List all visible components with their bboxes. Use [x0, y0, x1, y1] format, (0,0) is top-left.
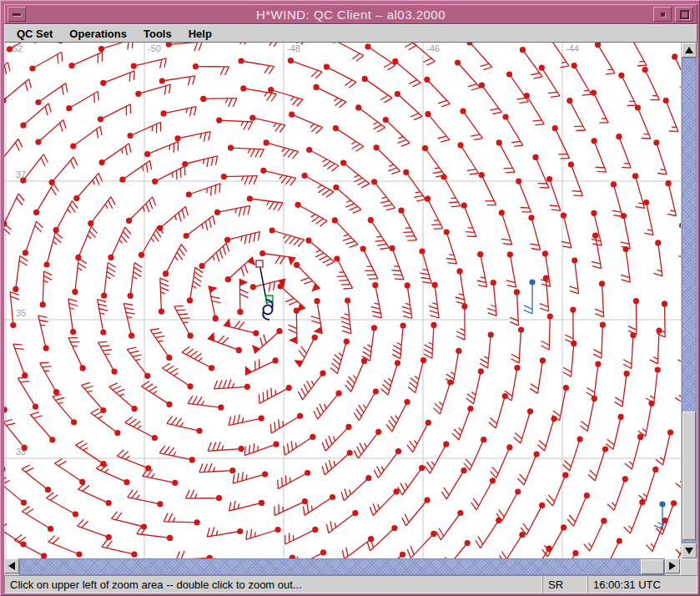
wind-barb[interactable] [539, 65, 560, 98]
wind-barb[interactable] [466, 368, 484, 404]
wind-barb[interactable] [294, 549, 327, 558]
wind-barb[interactable] [119, 160, 151, 182]
wind-barb[interactable] [127, 347, 150, 379]
wind-barb[interactable] [246, 527, 281, 540]
wind-barb[interactable] [40, 271, 53, 308]
wind-barb[interactable] [4, 477, 27, 506]
menu-item-qc-set[interactable]: QC Set [8, 26, 61, 42]
wind-barb[interactable] [4, 63, 10, 87]
scroll-down-button[interactable] [682, 543, 697, 558]
wind-barb[interactable] [563, 341, 577, 377]
wind-barb[interactable] [422, 145, 445, 177]
wind-barb[interactable] [4, 522, 27, 548]
wind-barb[interactable] [88, 197, 115, 227]
wind-barb[interactable] [611, 181, 622, 216]
wind-barb[interactable] [334, 255, 352, 289]
wind-barb[interactable] [4, 139, 23, 169]
wind-barb[interactable] [461, 203, 476, 237]
wind-barb[interactable] [365, 43, 395, 70]
wind-barb[interactable] [18, 377, 38, 410]
wind-barb[interactable] [166, 43, 203, 51]
wind-barb[interactable] [73, 173, 102, 201]
wind-barb[interactable] [100, 71, 134, 86]
wind-barb[interactable] [29, 52, 62, 71]
wind-barb[interactable] [647, 518, 668, 552]
wind-barb[interactable] [159, 446, 195, 463]
wind-barb[interactable] [182, 347, 214, 371]
wind-barb[interactable] [209, 285, 220, 321]
wind-barb[interactable] [14, 535, 47, 558]
wind-barb[interactable] [407, 531, 436, 558]
wind-barb[interactable] [40, 362, 59, 395]
wind-barb[interactable] [429, 282, 439, 318]
wind-barb[interactable] [424, 322, 436, 359]
wind-barb[interactable] [678, 223, 681, 259]
wind-barb[interactable] [386, 399, 410, 432]
wind-barb[interactable] [456, 304, 467, 341]
wind-barb[interactable] [672, 53, 681, 87]
wind-barb[interactable] [214, 380, 251, 390]
wind-barb[interactable] [131, 58, 167, 69]
vertical-scrollbar[interactable] [681, 43, 697, 558]
wind-barb[interactable] [128, 490, 164, 508]
wind-barb[interactable] [43, 232, 62, 267]
map-viewport[interactable]: -52-50-48-46-44373533 [4, 43, 681, 558]
wind-barb[interactable] [288, 58, 322, 78]
wind-barb[interactable] [563, 437, 583, 472]
wind-barb[interactable] [442, 540, 471, 558]
wind-barb[interactable] [233, 472, 268, 484]
wind-barb[interactable] [333, 184, 361, 214]
wind-barb[interactable] [125, 417, 158, 441]
wind-barb[interactable] [471, 477, 496, 510]
wind-barb[interactable] [676, 453, 681, 488]
wind-barb[interactable] [4, 79, 31, 104]
wind-barb[interactable] [606, 414, 623, 450]
wind-barb[interactable] [38, 316, 49, 351]
wind-barb[interactable] [208, 442, 244, 452]
wind-barb[interactable] [511, 326, 524, 363]
wind-barb[interactable] [109, 383, 138, 412]
wind-barb[interactable] [72, 259, 86, 295]
wind-barb[interactable] [123, 303, 134, 338]
wind-barb[interactable] [407, 420, 431, 452]
wind-barb[interactable] [628, 298, 639, 335]
wind-barb[interactable] [157, 206, 188, 231]
wind-barb[interactable] [289, 112, 322, 134]
wind-barb[interactable] [311, 298, 322, 334]
wind-barb[interactable] [615, 371, 630, 407]
wind-barb[interactable] [102, 540, 138, 558]
wind-barb[interactable] [208, 332, 242, 353]
wind-barb[interactable] [264, 139, 299, 159]
wind-barb[interactable] [496, 488, 521, 521]
title-bar[interactable]: H*WIND: QC Client – al03.2000 [4, 4, 697, 24]
wind-barb[interactable] [23, 221, 43, 255]
wind-barb[interactable] [569, 257, 578, 293]
wind-barb[interactable] [371, 282, 382, 318]
wind-barb[interactable] [479, 172, 496, 205]
wind-barb[interactable] [362, 76, 392, 103]
wind-barb[interactable] [112, 512, 147, 530]
wind-barb[interactable] [99, 144, 131, 165]
wind-barb[interactable] [228, 145, 264, 158]
wind-barb[interactable] [425, 111, 449, 142]
wind-barb[interactable] [464, 437, 486, 470]
blue-obs-barb[interactable] [654, 501, 666, 529]
wind-barb[interactable] [624, 499, 646, 533]
wind-barb[interactable] [259, 385, 292, 404]
scroll-up-button[interactable] [682, 43, 697, 58]
wind-barb[interactable] [588, 446, 608, 481]
wind-barb[interactable] [424, 77, 450, 107]
wind-barb[interactable] [354, 429, 381, 458]
horizontal-scrollbar[interactable] [4, 558, 697, 575]
wind-barb[interactable] [164, 513, 200, 526]
wind-barb[interactable] [496, 139, 515, 173]
wind-barb[interactable] [53, 394, 77, 425]
wind-barb[interactable] [477, 251, 487, 287]
wind-barb[interactable] [516, 179, 531, 213]
wind-barb[interactable] [108, 227, 131, 260]
wind-barb[interactable] [214, 205, 250, 216]
wind-barb[interactable] [607, 476, 628, 510]
wind-barb[interactable] [639, 467, 659, 502]
wind-barb[interactable] [278, 470, 310, 489]
wind-barb[interactable] [244, 442, 279, 456]
